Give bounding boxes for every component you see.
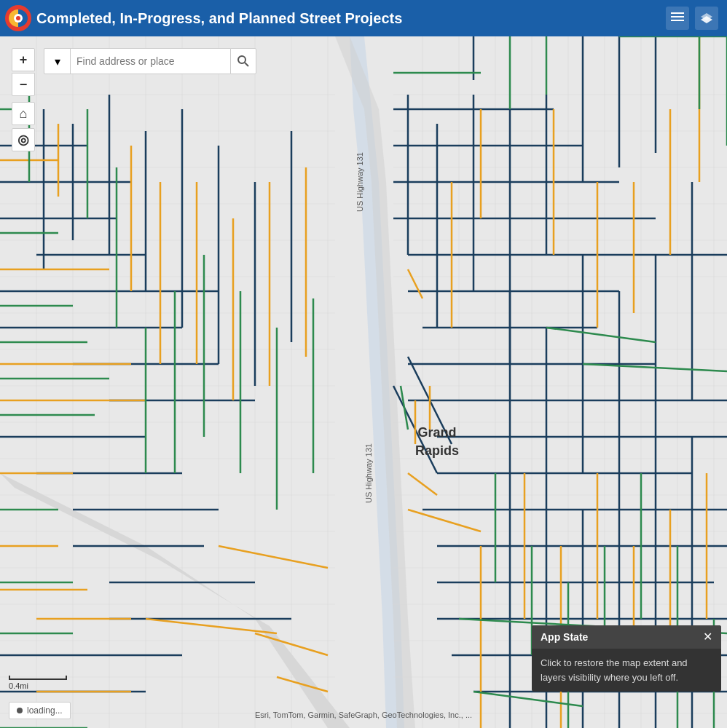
popup-text: Click to restore the map extent and laye… — [541, 657, 688, 683]
search-bar: ▾ — [44, 48, 256, 74]
map-controls: + − ⌂ ◎ — [12, 48, 35, 151]
stack-layers-button[interactable] — [695, 7, 718, 30]
scale-bar: 0.4mi — [9, 676, 67, 690]
svg-text:US Highway 131: US Highway 131 — [355, 152, 364, 212]
app: Completed, In-Progress, and Planned Stre… — [0, 0, 727, 728]
map-attribution: Esri, TomTom, Garmin, SafeGraph, GeoTech… — [255, 711, 472, 719]
app-logo — [0, 0, 36, 36]
scale-line — [9, 676, 67, 680]
svg-text:Rapids: Rapids — [415, 443, 459, 458]
map-svg: US Highway 131 US Highway 131 Grand Rapi… — [0, 36, 727, 728]
search-dropdown-button[interactable]: ▾ — [44, 48, 70, 74]
loading-indicator — [17, 708, 23, 713]
locate-button[interactable]: ◎ — [12, 128, 35, 151]
popup-body: Click to restore the map extent and laye… — [532, 649, 721, 692]
chevron-down-icon: ▾ — [55, 55, 60, 68]
popup-title: App State — [541, 631, 588, 643]
page-title: Completed, In-Progress, and Planned Stre… — [36, 10, 666, 27]
header-controls — [666, 7, 727, 30]
home-button[interactable]: ⌂ — [12, 102, 35, 125]
svg-text:Grand: Grand — [417, 425, 456, 440]
svg-point-208 — [238, 56, 245, 63]
popup-close-button[interactable]: ✕ — [703, 631, 712, 643]
map-container[interactable]: US Highway 131 US Highway 131 Grand Rapi… — [0, 36, 727, 728]
svg-point-2 — [16, 16, 20, 20]
search-button[interactable] — [230, 48, 256, 74]
loading-text: loading... — [27, 705, 63, 716]
app-state-popup: App State ✕ Click to restore the map ext… — [532, 625, 721, 692]
zoom-out-button[interactable]: − — [12, 73, 35, 96]
svg-text:US Highway 131: US Highway 131 — [364, 443, 373, 503]
scale-label: 0.4mi — [9, 681, 28, 690]
layers-button[interactable] — [666, 7, 689, 30]
zoom-in-button[interactable]: + — [12, 48, 35, 71]
svg-rect-8 — [682, 20, 684, 21]
svg-rect-7 — [682, 16, 684, 17]
svg-rect-6 — [682, 12, 684, 14]
popup-header: App State ✕ — [532, 625, 721, 649]
loading-bar: loading... — [9, 702, 71, 719]
search-input[interactable] — [70, 48, 230, 74]
svg-line-209 — [245, 63, 248, 66]
header: Completed, In-Progress, and Planned Stre… — [0, 0, 727, 36]
